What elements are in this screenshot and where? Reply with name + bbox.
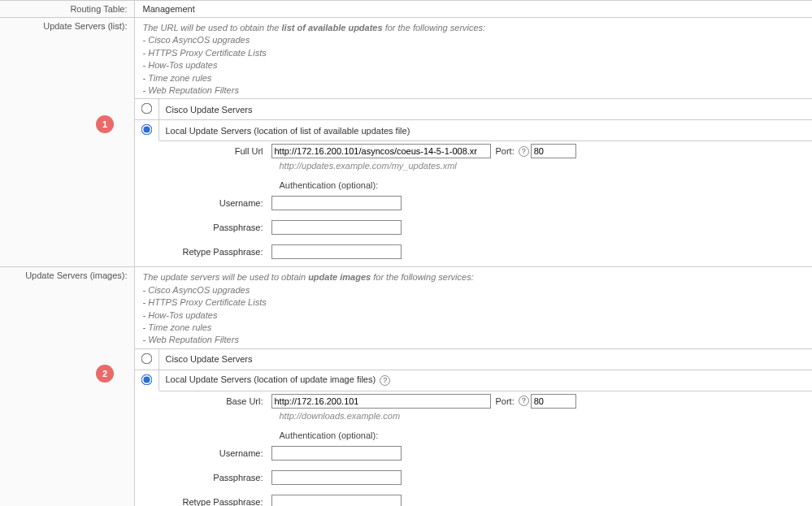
images-username-input[interactable] [271, 446, 402, 461]
images-auth-header: Authentication (optional): [273, 430, 813, 440]
list-option-cisco: Cisco Update Servers [159, 101, 259, 119]
list-retype-input[interactable] [271, 244, 402, 259]
images-port-input[interactable] [531, 394, 576, 409]
images-passphrase-label: Passphrase: [166, 473, 271, 482]
list-port-label: Port: [496, 146, 515, 156]
images-description: The update servers will be used to obtai… [135, 267, 813, 348]
callout-1: 1 [96, 115, 114, 133]
update-servers-images-label: Update Servers (images): 2 [0, 267, 134, 506]
settings-table: Routing Table: Management Update Servers… [0, 0, 812, 506]
list-description: The URL will be used to obtain the list … [135, 18, 813, 98]
help-icon[interactable]: ? [380, 375, 390, 386]
callout-2: 2 [96, 365, 114, 383]
help-icon[interactable]: ? [519, 396, 529, 406]
list-radio-cisco[interactable] [141, 103, 152, 115]
list-radio-local[interactable] [141, 124, 152, 136]
list-port-input[interactable] [531, 144, 576, 158]
help-icon[interactable]: ? [519, 146, 529, 157]
list-option-local: Local Update Servers (location of list o… [159, 122, 417, 140]
list-auth-header: Authentication (optional): [273, 180, 813, 190]
list-passphrase-label: Passphrase: [166, 223, 271, 232]
list-retype-label: Retype Passphrase: [166, 247, 271, 257]
list-passphrase-input[interactable] [271, 220, 402, 235]
images-option-cisco: Cisco Update Servers [159, 350, 259, 368]
images-option-local: Local Update Servers (location of update… [159, 370, 399, 390]
images-retype-input[interactable] [271, 495, 402, 506]
images-passphrase-input[interactable] [271, 470, 402, 485]
routing-table-value: Management [135, 1, 813, 17]
base-url-label: Base Url: [166, 396, 271, 406]
full-url-hint: http://updates.example.com/my_updates.xm… [273, 161, 813, 174]
update-servers-list-label: Update Servers (list): 1 [0, 18, 134, 267]
full-url-input[interactable] [271, 144, 491, 158]
full-url-label: Full Url [166, 146, 271, 156]
images-retype-label: Retype Passphrase: [166, 497, 271, 506]
images-username-label: Username: [166, 448, 271, 458]
images-port-label: Port: [496, 396, 515, 406]
base-url-hint: http://downloads.example.com [273, 411, 813, 424]
list-username-input[interactable] [271, 196, 402, 210]
images-radio-cisco[interactable] [141, 352, 152, 364]
routing-table-label: Routing Table: [0, 1, 134, 18]
list-username-label: Username: [166, 198, 271, 208]
base-url-input[interactable] [271, 394, 491, 409]
images-radio-local[interactable] [141, 374, 152, 385]
